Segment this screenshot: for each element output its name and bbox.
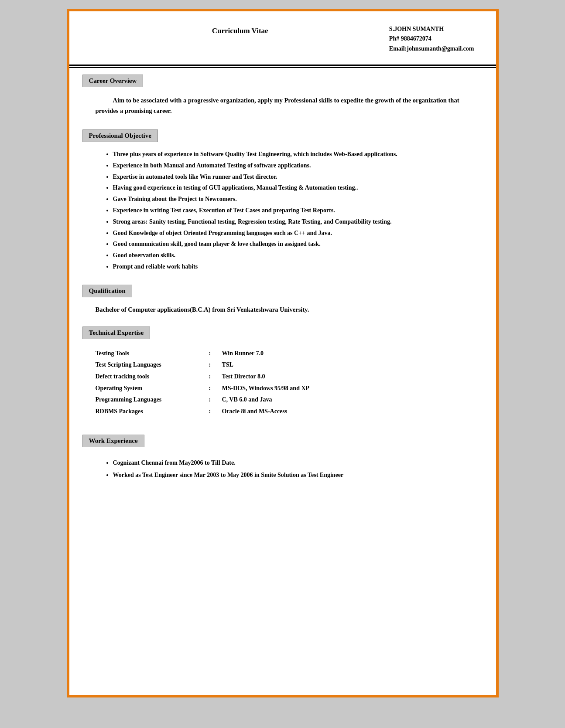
- tech-row-os: Operating System : MS-DOS, Windows 95/98…: [96, 383, 470, 395]
- list-item: Gave Training about the Project to Newco…: [113, 194, 470, 204]
- tech-colon: :: [209, 383, 222, 395]
- technical-expertise-header-row: Technical Expertise: [82, 327, 483, 339]
- technical-expertise-header: Technical Expertise: [82, 327, 151, 339]
- professional-objective-label: Professional Objective: [89, 132, 151, 139]
- list-item: Expertise in automated tools like Win ru…: [113, 172, 470, 182]
- thin-divider: [69, 67, 496, 68]
- professional-objective-list: Three plus years of experience in Softwa…: [96, 149, 470, 272]
- page-title: Curriculum Vitae: [212, 27, 268, 35]
- qualification-text: Bachelor of Computer applications(B.C.A)…: [69, 301, 496, 320]
- career-overview-label: Career Overview: [89, 77, 137, 84]
- tech-value-defect-tracking: Test Director 8.0: [222, 371, 470, 383]
- tech-label-programming: Programming Languages: [96, 394, 209, 406]
- tech-value-rdbms: Oracle 8i and MS-Access: [222, 406, 470, 418]
- list-item: Having good experience in testing of GUI…: [113, 183, 470, 193]
- header-section: Curriculum Vitae S.JOHN SUMANTH Ph# 9884…: [69, 11, 496, 60]
- qualification-header-row: Qualification: [82, 285, 483, 297]
- technical-expertise-label: Technical Expertise: [89, 329, 144, 336]
- tech-row-scripting: Test Scripting Languages : TSL: [96, 359, 470, 371]
- professional-objective-content: Three plus years of experience in Softwa…: [69, 146, 496, 278]
- work-experience-content: Cognizant Chennai from May2006 to Till D…: [69, 451, 496, 487]
- tech-value-os: MS-DOS, Windows 95/98 and XP: [222, 383, 470, 395]
- applicant-name: S.JOHN SUMANTH: [389, 24, 474, 34]
- tech-colon: :: [209, 359, 222, 371]
- tech-value-testing-tools: Win Runner 7.0: [222, 348, 470, 360]
- professional-objective-header-row: Professional Objective: [82, 129, 483, 142]
- list-item: Experience in both Manual and Automated …: [113, 160, 470, 171]
- list-item: Experience in writing Test cases, Execut…: [113, 205, 470, 216]
- tech-value-scripting: TSL: [222, 359, 470, 371]
- list-item: Worked as Test Engineer since Mar 2003 t…: [113, 470, 470, 480]
- work-experience-header: Work Experience: [82, 435, 144, 447]
- resume-page: Curriculum Vitae S.JOHN SUMANTH Ph# 9884…: [67, 9, 499, 697]
- list-item: Good Knowledge of object Oriented Progra…: [113, 228, 470, 238]
- tech-colon: :: [209, 348, 222, 360]
- tech-label-os: Operating System: [96, 383, 209, 395]
- list-item: Prompt and reliable work habits: [113, 262, 470, 272]
- tech-colon: :: [209, 371, 222, 383]
- tech-value-programming: C, VB 6.0 and Java: [222, 394, 470, 406]
- tech-label-scripting: Test Scripting Languages: [96, 359, 209, 371]
- list-item: Good observation skills.: [113, 250, 470, 261]
- tech-label-defect-tracking: Defect tracking tools: [96, 371, 209, 383]
- tech-label-rdbms: RDBMS Packages: [96, 406, 209, 418]
- tech-colon: :: [209, 394, 222, 406]
- list-item: Good communication skill, good team play…: [113, 239, 470, 249]
- qualification-header: Qualification: [82, 285, 132, 297]
- list-item: Strong areas: Sanity testing, Functional…: [113, 217, 470, 227]
- work-experience-header-row: Work Experience: [82, 435, 483, 447]
- tech-colon: :: [209, 406, 222, 418]
- career-overview-text: Aim to be associated with a progressive …: [69, 91, 496, 123]
- thick-divider: [69, 65, 496, 66]
- professional-objective-header: Professional Objective: [82, 129, 158, 142]
- email-address: Email:johnsumanth@gmail.com: [389, 44, 474, 54]
- tech-row-programming: Programming Languages : C, VB 6.0 and Ja…: [96, 394, 470, 406]
- qualification-label: Qualification: [89, 287, 126, 294]
- phone-number: Ph# 9884672074: [389, 34, 474, 44]
- tech-label-testing-tools: Testing Tools: [96, 348, 209, 360]
- curriculum-vitae-title: Curriculum Vitae: [91, 24, 389, 35]
- contact-info: S.JOHN SUMANTH Ph# 9884672074 Email:john…: [389, 24, 474, 54]
- tech-row-rdbms: RDBMS Packages : Oracle 8i and MS-Access: [96, 406, 470, 418]
- work-experience-list: Cognizant Chennai from May2006 to Till D…: [96, 454, 470, 480]
- tech-row-testing-tools: Testing Tools : Win Runner 7.0: [96, 348, 470, 360]
- career-overview-header-row: Career Overview: [82, 75, 483, 87]
- tech-row-defect-tracking: Defect tracking tools : Test Director 8.…: [96, 371, 470, 383]
- list-item: Three plus years of experience in Softwa…: [113, 149, 470, 160]
- technical-expertise-table: Testing Tools : Win Runner 7.0 Test Scri…: [69, 343, 496, 426]
- list-item: Cognizant Chennai from May2006 to Till D…: [113, 458, 470, 468]
- work-experience-label: Work Experience: [89, 437, 138, 444]
- career-overview-header: Career Overview: [82, 75, 144, 87]
